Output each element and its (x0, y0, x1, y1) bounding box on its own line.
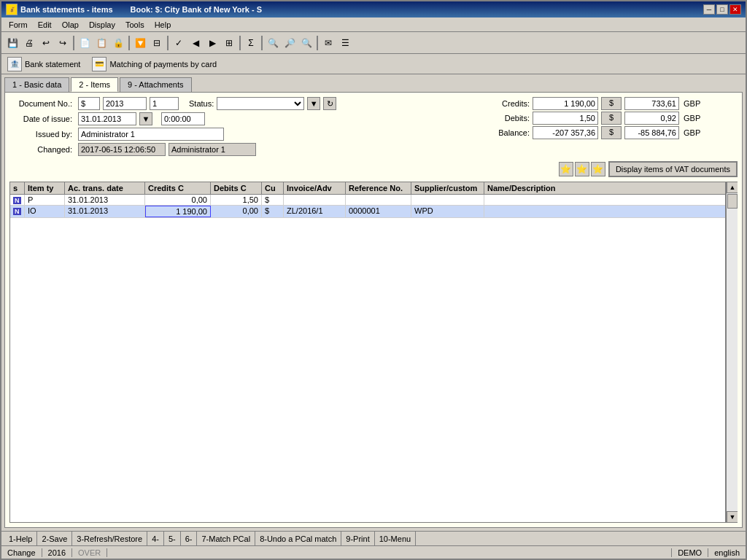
search3-button[interactable]: 🔍 (298, 35, 314, 51)
doc-num-row: Document No.: Status: ▼ ↻ (9, 97, 475, 110)
main-window: 💰 Bank statements - items Book: $: City … (0, 0, 747, 560)
maximize-button[interactable]: □ (716, 4, 728, 15)
doc-num-input[interactable] (150, 97, 179, 110)
separator-3 (167, 36, 169, 50)
f2-key[interactable]: 2-Save (37, 532, 72, 545)
scroll-down-btn[interactable]: ▼ (727, 511, 738, 523)
credits-label: Credits: (489, 99, 530, 108)
bank-statement-item[interactable]: 🏦 Bank statement (4, 55, 83, 73)
f8-key[interactable]: 8-Undo a PCal match (255, 532, 341, 545)
menu-help[interactable]: Help (150, 20, 176, 30)
tab-basic-data[interactable]: 1 - Basic data (4, 77, 69, 92)
menu-tools[interactable]: Tools (121, 20, 149, 30)
data-grid[interactable]: s Item ty Ac. trans. date Credits C Debi… (9, 182, 726, 523)
vertical-scrollbar[interactable]: ▲ ▼ (726, 182, 738, 523)
f3-key[interactable]: 3-Refresh/Restore (72, 532, 147, 545)
f9-key[interactable]: 9-Print (341, 532, 374, 545)
lock-button[interactable]: 🔒 (110, 35, 126, 51)
date-label: Date of issue: (9, 114, 75, 123)
nav-button[interactable]: ⊞ (221, 35, 237, 51)
f1-key[interactable]: 1-Help (4, 532, 37, 545)
star3-icon[interactable]: ⭐ (591, 162, 605, 176)
debits-amount-input[interactable] (533, 112, 598, 125)
f7-key[interactable]: 7-Match PCal (197, 532, 255, 545)
balance-amount-input[interactable] (533, 126, 598, 139)
redo-button[interactable]: ↪ (55, 35, 71, 51)
credits-currency-btn[interactable]: $ (601, 97, 622, 110)
f6-key[interactable]: 6- (181, 532, 198, 545)
new-button[interactable]: 📄 (77, 35, 93, 51)
balance-gbp-currency: GBP (684, 128, 705, 137)
cell-ac-date-2: 31.01.2013 (65, 206, 145, 217)
separator-4 (239, 36, 241, 50)
date-row: Date of issue: ▼ (9, 112, 475, 125)
balance-currency-btn[interactable]: $ (601, 126, 622, 139)
menu-form[interactable]: Form (4, 20, 32, 30)
debits-row: Debits: $ GBP (489, 112, 738, 125)
cell-invoice-1 (284, 195, 346, 205)
tab-items[interactable]: 2 - Items (71, 77, 118, 92)
doc-year-input[interactable] (103, 97, 147, 110)
cell-credits-1: 0,00 (145, 195, 211, 205)
minimize-button[interactable]: ─ (703, 4, 715, 15)
print-button[interactable]: 🖨 (21, 35, 37, 51)
star1-icon[interactable]: ⭐ (559, 162, 573, 176)
debits-gbp-input[interactable] (624, 112, 679, 125)
star2-icon[interactable]: ⭐ (575, 162, 589, 176)
cell-invoice-2: ZL/2016/1 (284, 206, 346, 217)
list-button[interactable]: ☰ (337, 35, 353, 51)
debits-currency-btn[interactable]: $ (601, 112, 622, 125)
separator-5 (261, 36, 263, 50)
credits-gbp-input[interactable] (624, 97, 679, 110)
next-button[interactable]: ▶ (204, 35, 220, 51)
f5-key[interactable]: 5- (164, 532, 181, 545)
search2-button[interactable]: 🔎 (282, 35, 298, 51)
vat-button[interactable]: Display items of VAT documents (608, 161, 738, 177)
issued-row: Issued by: (9, 128, 475, 141)
main-content: Document No.: Status: ▼ ↻ Date of issue: (4, 92, 743, 528)
title-bar: 💰 Bank statements - items Book: $: City … (1, 1, 746, 18)
date-picker-btn[interactable]: ▼ (139, 112, 152, 125)
f4-key[interactable]: 4- (147, 532, 164, 545)
status-dropdown[interactable] (217, 97, 304, 110)
cell-credits-2[interactable]: 1 190,00 (145, 206, 211, 217)
matching-payments-item[interactable]: 💳 Matching of payments by card (89, 55, 220, 73)
f10-key[interactable]: 10-Menu (375, 532, 416, 545)
changed-label: Changed: (9, 145, 75, 154)
menu-edit[interactable]: Edit (34, 20, 56, 30)
time-input[interactable] (161, 112, 205, 125)
scroll-thumb[interactable] (727, 194, 738, 209)
table-row[interactable]: N P 31.01.2013 0,00 1,50 $ (10, 195, 725, 206)
filter-button[interactable]: 🔽 (132, 35, 148, 51)
prev-button[interactable]: ◀ (187, 35, 204, 51)
search1-button[interactable]: 🔍 (265, 35, 281, 51)
col-debits: Debits C (211, 182, 262, 194)
date-input[interactable] (78, 112, 136, 125)
status-refresh-btn[interactable]: ↻ (323, 97, 336, 110)
issued-input[interactable] (78, 128, 224, 141)
status-mode: Change (1, 548, 42, 557)
scroll-up-btn[interactable]: ▲ (727, 182, 738, 193)
scroll-track[interactable] (727, 193, 738, 511)
grid-header: s Item ty Ac. trans. date Credits C Debi… (10, 182, 725, 195)
status-dropdown-btn[interactable]: ▼ (307, 97, 320, 110)
close-button[interactable]: ✕ (729, 4, 741, 15)
menu-display[interactable]: Display (85, 20, 120, 30)
tab-attachments[interactable]: 9 - Attachments (120, 77, 191, 92)
undo-button[interactable]: ↩ (38, 35, 54, 51)
check-button[interactable]: ✓ (171, 35, 187, 51)
table-row[interactable]: N IO 31.01.2013 1 190,00 0,00 $ ZL/2016/… (10, 206, 725, 218)
save-button[interactable]: 💾 (4, 35, 20, 51)
sum-button[interactable]: Σ (243, 35, 259, 51)
debits-label: Debits: (489, 114, 530, 122)
changed-by-input (169, 143, 256, 156)
menu-olap[interactable]: Olap (58, 20, 83, 30)
balance-gbp-input[interactable] (624, 126, 679, 139)
email-button[interactable]: ✉ (320, 35, 336, 51)
filter2-button[interactable]: ⊟ (149, 35, 165, 51)
doc-prefix-input[interactable] (78, 97, 100, 110)
copy-button[interactable]: 📋 (93, 35, 109, 51)
grid-wrapper: s Item ty Ac. trans. date Credits C Debi… (9, 182, 738, 523)
tab-bar: 1 - Basic data 2 - Items 9 - Attachments (1, 74, 746, 92)
credits-amount-input[interactable] (533, 97, 598, 110)
